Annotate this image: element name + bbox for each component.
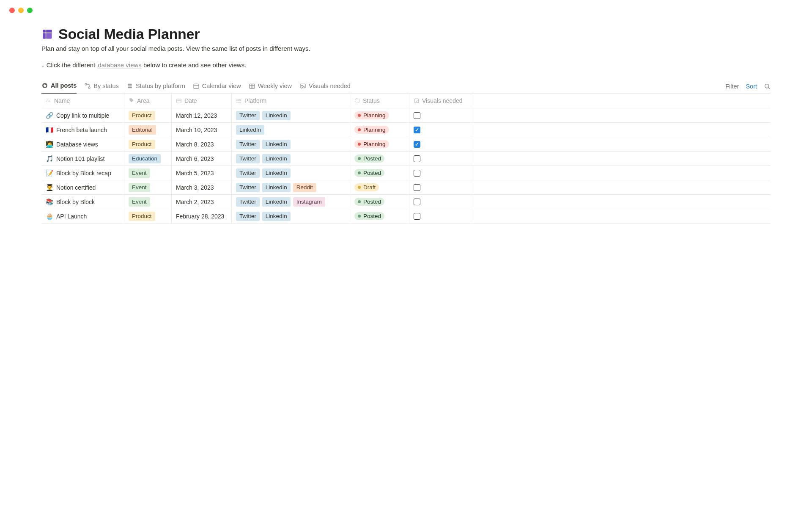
table-row[interactable]: 📝Block by Block recapEventMarch 5, 2023T… bbox=[41, 166, 771, 180]
cell-date[interactable]: March 10, 2023 bbox=[172, 123, 232, 137]
cell-spacer bbox=[471, 209, 771, 223]
cell-area[interactable]: Education bbox=[124, 152, 172, 166]
cell-status[interactable]: Planning bbox=[350, 108, 409, 122]
cell-status[interactable]: Posted bbox=[350, 195, 409, 209]
cell-area[interactable]: Product bbox=[124, 108, 172, 122]
visuals-checkbox[interactable] bbox=[414, 184, 420, 191]
cell-name[interactable]: 🧁API Launch bbox=[41, 209, 124, 223]
column-visuals[interactable]: Visuals needed bbox=[409, 94, 471, 108]
search-icon[interactable] bbox=[764, 83, 771, 90]
cell-name[interactable]: 👨‍🎓Notion certified bbox=[41, 180, 124, 194]
cell-visuals[interactable] bbox=[409, 108, 471, 122]
area-tag: Event bbox=[129, 197, 150, 207]
table-row[interactable]: 👨‍🎓Notion certifiedEventMarch 3, 2023Twi… bbox=[41, 180, 771, 195]
cell-name[interactable]: 📝Block by Block recap bbox=[41, 166, 124, 180]
cell-visuals[interactable] bbox=[409, 166, 471, 180]
cell-visuals[interactable] bbox=[409, 180, 471, 194]
cell-status[interactable]: Planning bbox=[350, 137, 409, 151]
cell-status[interactable]: Planning bbox=[350, 123, 409, 137]
cell-name[interactable]: 🔗Copy link to multiple bbox=[41, 108, 124, 122]
cell-platform[interactable]: LinkedIn bbox=[232, 123, 350, 137]
column-date[interactable]: Date bbox=[172, 94, 232, 108]
page-subtitle: Plan and stay on top of all your social … bbox=[41, 45, 771, 52]
cell-area[interactable]: Event bbox=[124, 195, 172, 209]
cell-date[interactable]: March 5, 2023 bbox=[172, 166, 232, 180]
column-status[interactable]: Status bbox=[350, 94, 409, 108]
cell-visuals[interactable]: ✓ bbox=[409, 123, 471, 137]
window-minimize-button[interactable] bbox=[18, 8, 24, 13]
cell-name[interactable]: 🎵Notion 101 playlist bbox=[41, 152, 124, 166]
visuals-checkbox[interactable] bbox=[414, 199, 420, 205]
svg-point-28 bbox=[237, 100, 237, 101]
cell-status[interactable]: Posted bbox=[350, 209, 409, 223]
window-close-button[interactable] bbox=[9, 8, 15, 13]
table-row[interactable]: 🎵Notion 101 playlistEducationMarch 6, 20… bbox=[41, 152, 771, 166]
column-spacer bbox=[471, 94, 771, 108]
cell-visuals[interactable] bbox=[409, 152, 471, 166]
visuals-checkbox[interactable] bbox=[414, 170, 420, 177]
table-row[interactable]: 📚Block by BlockEventMarch 2, 2023Twitter… bbox=[41, 195, 771, 209]
cell-area[interactable]: Product bbox=[124, 209, 172, 223]
window-maximize-button[interactable] bbox=[27, 8, 33, 13]
visuals-checkbox[interactable]: ✓ bbox=[414, 127, 420, 133]
cell-status[interactable]: Draft bbox=[350, 180, 409, 194]
cell-date[interactable]: March 12, 2023 bbox=[172, 108, 232, 122]
tab-all-posts[interactable]: All posts bbox=[41, 80, 77, 94]
tab-weekly-view[interactable]: Weekly view bbox=[249, 80, 292, 93]
table-row[interactable]: 🔗Copy link to multipleProductMarch 12, 2… bbox=[41, 108, 771, 123]
visuals-checkbox[interactable] bbox=[414, 112, 420, 119]
visuals-checkbox[interactable] bbox=[414, 155, 420, 162]
cell-area[interactable]: Product bbox=[124, 137, 172, 151]
table-row[interactable]: 🧁API LaunchProductFebruary 28, 2023Twitt… bbox=[41, 209, 771, 224]
cell-date[interactable]: March 2, 2023 bbox=[172, 195, 232, 209]
cell-visuals[interactable] bbox=[409, 209, 471, 223]
tab-by-status[interactable]: By status bbox=[84, 80, 119, 93]
sort-button[interactable]: Sort bbox=[746, 83, 757, 90]
column-platform[interactable]: Platform bbox=[232, 94, 350, 108]
cell-spacer bbox=[471, 180, 771, 194]
visuals-checkbox[interactable] bbox=[414, 213, 420, 220]
row-title: Block by Block bbox=[56, 199, 95, 205]
table-header: Aa Name Area Date Platform Status Vis bbox=[41, 94, 771, 108]
cell-platform[interactable]: TwitterLinkedIn bbox=[232, 209, 350, 223]
cell-visuals[interactable] bbox=[409, 195, 471, 209]
table-row[interactable]: 👩‍💻Database viewsProductMarch 8, 2023Twi… bbox=[41, 137, 771, 152]
cell-date[interactable]: March 8, 2023 bbox=[172, 137, 232, 151]
visuals-checkbox[interactable]: ✓ bbox=[414, 141, 420, 148]
cell-visuals[interactable]: ✓ bbox=[409, 137, 471, 151]
database-views-link[interactable]: database views bbox=[98, 61, 141, 69]
cell-platform[interactable]: TwitterLinkedIn bbox=[232, 108, 350, 122]
cell-area[interactable]: Event bbox=[124, 180, 172, 194]
status-pill: Posted bbox=[354, 198, 384, 206]
cell-status[interactable]: Posted bbox=[350, 152, 409, 166]
cell-status[interactable]: Posted bbox=[350, 166, 409, 180]
cell-platform[interactable]: TwitterLinkedInReddit bbox=[232, 180, 350, 194]
cell-date[interactable]: March 6, 2023 bbox=[172, 152, 232, 166]
platform-chip-linkedin: LinkedIn bbox=[262, 212, 291, 221]
column-area[interactable]: Area bbox=[124, 94, 172, 108]
cell-name[interactable]: 🇫🇷French beta launch bbox=[41, 123, 124, 137]
cell-name[interactable]: 📚Block by Block bbox=[41, 195, 124, 209]
filter-button[interactable]: Filter bbox=[725, 83, 739, 90]
svg-point-30 bbox=[355, 99, 360, 103]
cell-platform[interactable]: TwitterLinkedIn bbox=[232, 166, 350, 180]
tab-visuals-needed[interactable]: Visuals needed bbox=[299, 80, 351, 93]
cell-date[interactable]: February 28, 2023 bbox=[172, 209, 232, 223]
svg-rect-10 bbox=[128, 87, 132, 88]
row-emoji-icon: 👩‍💻 bbox=[46, 141, 54, 148]
table-row[interactable]: 🇫🇷French beta launchEditorialMarch 10, 2… bbox=[41, 123, 771, 137]
cell-platform[interactable]: TwitterLinkedIn bbox=[232, 137, 350, 151]
column-name[interactable]: Aa Name bbox=[41, 94, 124, 108]
text-icon: Aa bbox=[46, 98, 52, 104]
list-icon bbox=[236, 98, 242, 104]
tab-status-by-platform[interactable]: Status by platform bbox=[126, 80, 185, 93]
cell-date[interactable]: March 3, 2023 bbox=[172, 180, 232, 194]
cell-area[interactable]: Editorial bbox=[124, 123, 172, 137]
platform-chip-twitter: Twitter bbox=[236, 197, 260, 207]
cell-area[interactable]: Event bbox=[124, 166, 172, 180]
svg-rect-13 bbox=[250, 84, 255, 88]
cell-platform[interactable]: TwitterLinkedIn bbox=[232, 152, 350, 166]
cell-name[interactable]: 👩‍💻Database views bbox=[41, 137, 124, 151]
tab-calendar-view[interactable]: Calendar view bbox=[193, 80, 241, 93]
cell-platform[interactable]: TwitterLinkedInInstagram bbox=[232, 195, 350, 209]
